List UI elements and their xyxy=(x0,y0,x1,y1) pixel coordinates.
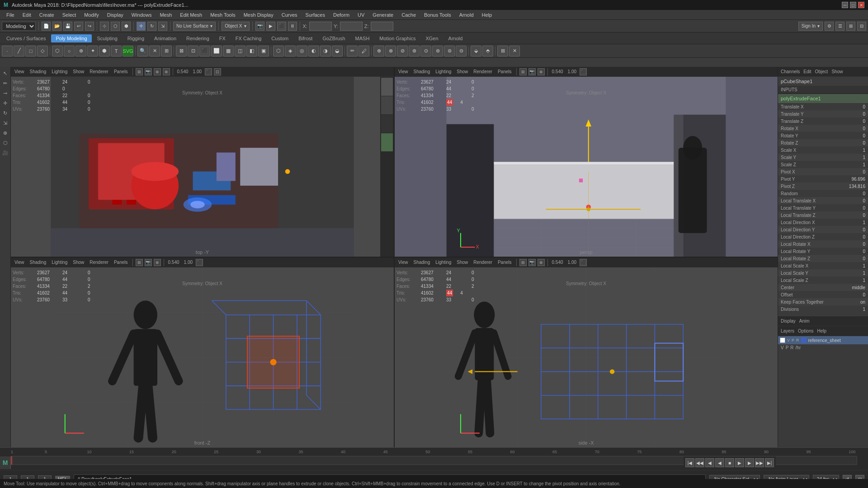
select-icon[interactable]: ↖ xyxy=(1,69,10,78)
mesh-tool-14[interactable]: ◒ xyxy=(332,46,343,56)
edit-btn-5[interactable]: ⊙ xyxy=(420,46,431,56)
vp-tr-lighting[interactable]: Lighting xyxy=(434,69,453,75)
mesh-tool-10[interactable]: ◈ xyxy=(285,46,296,56)
minimize-button[interactable]: ─ xyxy=(842,2,848,8)
mesh-tool-4[interactable]: ⬜ xyxy=(211,46,222,56)
sign-in-btn[interactable]: Sign In ▾ xyxy=(798,22,823,31)
edit-btn-7[interactable]: ⊜ xyxy=(444,46,455,56)
move-tool-btn[interactable]: ✛ xyxy=(137,22,146,31)
stop-btn[interactable]: ■ xyxy=(725,458,734,467)
vp-br-icon-3[interactable]: ⊕ xyxy=(538,259,545,266)
tool-btn-8[interactable]: ✕ xyxy=(149,46,160,56)
move-icon[interactable]: ✛ xyxy=(1,99,10,108)
edit-btn-3[interactable]: ⊘ xyxy=(397,46,408,56)
tab-animation[interactable]: Animation xyxy=(150,34,181,42)
vp-tl-canvas[interactable]: Verts: 23627 24 0 Edges: 64780 0 Faces: … xyxy=(11,77,394,257)
edit-menu[interactable]: Edit xyxy=(803,69,811,74)
close-button[interactable]: ✕ xyxy=(858,2,864,8)
tool-btn-7[interactable]: 🔍 xyxy=(137,46,148,56)
show-menu[interactable]: Show xyxy=(831,69,843,74)
undo-btn[interactable]: ↩ xyxy=(74,22,83,31)
channel-rotate-z[interactable]: Rotate Z 0 xyxy=(778,139,868,146)
tab-sculpting[interactable]: Sculpting xyxy=(93,34,122,42)
channels-menu[interactable]: Channels xyxy=(781,69,800,74)
channel-pivot-z[interactable]: Pivot Z 134.816 xyxy=(778,183,868,190)
sculpt-icon[interactable]: ⬡ xyxy=(1,138,10,147)
maximize-button[interactable]: □ xyxy=(850,2,856,8)
menu-surfaces[interactable]: Surfaces xyxy=(302,11,329,19)
edit-btn-1[interactable]: ⊕ xyxy=(373,46,384,56)
thumb-1[interactable] xyxy=(381,78,393,96)
save-scene-btn[interactable]: 💾 xyxy=(63,22,72,31)
mesh-tool-11[interactable]: ◎ xyxy=(297,46,307,56)
menu-cache[interactable]: Cache xyxy=(398,11,420,19)
channel-local-tz[interactable]: Local Translate Z 0 xyxy=(778,211,868,219)
camera-icon[interactable]: 🎥 xyxy=(1,148,10,157)
vp-bl-icon-2[interactable]: 📷 xyxy=(145,259,152,266)
channel-scale-y[interactable]: Scale Y 1 xyxy=(778,154,868,161)
vp-tl-icon-2[interactable]: 📷 xyxy=(145,68,152,75)
channel-local-tx[interactable]: Local Translate X 0 xyxy=(778,197,868,204)
menu-help[interactable]: Help xyxy=(478,11,496,19)
vp-tr-show[interactable]: Show xyxy=(455,69,470,75)
channel-center[interactable]: Center middle xyxy=(778,284,868,291)
scale-icon[interactable]: ⇲ xyxy=(1,118,10,127)
open-scene-btn[interactable]: 📂 xyxy=(52,22,61,31)
mode-dropdown[interactable]: Modeling xyxy=(2,22,36,31)
vp-bl-canvas[interactable]: Verts: 23627 24 0 Edges: 64780 44 0 Face… xyxy=(11,267,394,447)
vp-tl-panels[interactable]: Panels xyxy=(112,69,130,75)
edit-btn-2[interactable]: ⊗ xyxy=(385,46,396,56)
tab-poly-modeling[interactable]: Poly Modeling xyxy=(51,34,91,42)
shading-btn-1[interactable]: ✏ xyxy=(347,46,358,56)
vp-tl-lighting[interactable]: Lighting xyxy=(50,69,69,75)
vp-tr-icon-4[interactable]: ⬛ xyxy=(580,68,587,75)
object-menu[interactable]: Object xyxy=(815,69,828,74)
pause-btn[interactable]: ⏸ xyxy=(288,22,297,31)
vp-tr-view[interactable]: View xyxy=(396,69,410,75)
channel-rotate-y[interactable]: Rotate Y 0 xyxy=(778,132,868,139)
channel-local-sz[interactable]: Local Scale Z 1 xyxy=(778,277,868,284)
vp-br-icon-2[interactable]: 📷 xyxy=(528,259,536,266)
vp-tl-icon-6[interactable]: ⊡ xyxy=(214,68,221,75)
menu-arnold[interactable]: Arnold xyxy=(456,11,477,19)
menu-mesh-display[interactable]: Mesh Display xyxy=(240,11,277,19)
channel-translate-x[interactable]: Translate X 0 xyxy=(778,103,868,110)
channel-local-dy[interactable]: Local Direction Y 0 xyxy=(778,226,868,233)
next-frame-btn[interactable]: ▶▶ xyxy=(755,458,764,467)
svg-tool-btn[interactable]: SVG xyxy=(123,46,133,56)
channel-local-rz[interactable]: Local Rotate Z 0 xyxy=(778,255,868,262)
lasso-icon[interactable]: ⊸ xyxy=(1,89,10,98)
menu-curves[interactable]: Curves xyxy=(278,11,301,19)
paint-icon[interactable]: ✏ xyxy=(1,79,10,88)
settings-btn-3[interactable]: ⊞ xyxy=(846,22,855,31)
tool-btn-5[interactable]: ⬢ xyxy=(99,46,110,56)
mesh-tool-9[interactable]: ⬡ xyxy=(273,46,284,56)
vp-bl-renderer[interactable]: Renderer xyxy=(88,259,110,265)
channel-local-dz[interactable]: Local Direction Z 0 xyxy=(778,233,868,240)
vp-bl-shading[interactable]: Shading xyxy=(28,259,48,265)
channel-scale-x[interactable]: Scale X 1 xyxy=(778,146,868,154)
viewport-top-right[interactable]: View Shading Lighting Show Renderer Pane… xyxy=(395,67,778,257)
channel-offset[interactable]: Offset 0 xyxy=(778,291,868,298)
tab-fx-caching[interactable]: FX Caching xyxy=(231,34,266,42)
anim-tab[interactable]: Anim xyxy=(799,319,810,324)
vp-br-icon-4[interactable]: ⬛ xyxy=(580,259,587,266)
channel-random[interactable]: Random 0 xyxy=(778,190,868,197)
tab-rigging[interactable]: Rigging xyxy=(123,34,149,42)
vp-br-shading[interactable]: Shading xyxy=(412,259,432,265)
new-scene-btn[interactable]: 📄 xyxy=(42,22,51,31)
camera-btn[interactable]: 📷 xyxy=(255,22,264,31)
tab-xgen[interactable]: XGen xyxy=(421,34,443,42)
viewport-bottom-right[interactable]: View Shading Lighting Show Renderer Pane… xyxy=(395,258,778,447)
tab-custom[interactable]: Custom xyxy=(267,34,293,42)
menu-mesh[interactable]: Mesh xyxy=(156,11,175,19)
thumb-4[interactable] xyxy=(381,133,393,151)
select-uv-btn[interactable]: ◇ xyxy=(37,46,48,56)
menu-select[interactable]: Select xyxy=(59,11,80,19)
rotate-icon[interactable]: ↻ xyxy=(1,108,10,117)
snap-btn-2[interactable]: ✕ xyxy=(509,46,520,56)
select-vertex-btn[interactable]: · xyxy=(2,46,13,56)
mesh-tool-2[interactable]: ⊡ xyxy=(188,46,198,56)
channel-rotate-x[interactable]: Rotate X 0 xyxy=(778,125,868,132)
tab-gozbrush[interactable]: GoZBrush xyxy=(318,34,349,42)
